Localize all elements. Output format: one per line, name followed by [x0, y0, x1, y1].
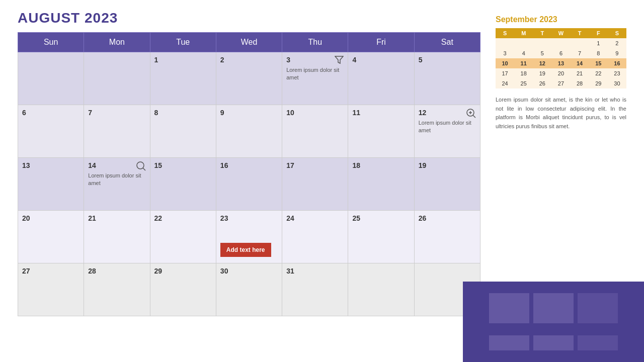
calendar-cell: 28 — [84, 263, 150, 316]
mini-cal-cell: 7 — [571, 48, 589, 58]
svg-point-4 — [137, 162, 144, 169]
mini-dow: S — [496, 28, 514, 38]
day-number: 22 — [154, 214, 163, 222]
calendar-cell: 20 — [18, 211, 84, 263]
mini-cal-row: 12 — [496, 38, 626, 48]
mini-cal-row: 24252627282930 — [496, 78, 626, 88]
calendar-cell: 27 — [18, 263, 84, 316]
day-number: 29 — [154, 267, 163, 275]
calendar-cell: 29 — [150, 263, 216, 316]
calendar-row-4: 2728293031 — [18, 263, 480, 316]
mini-cal-cell: 11 — [514, 58, 533, 68]
mini-cal-cell: 25 — [514, 78, 533, 88]
zoom-icon — [466, 108, 476, 120]
search-icon — [136, 161, 146, 173]
mini-cal-cell: 17 — [496, 68, 514, 78]
day-number: 30 — [220, 267, 228, 275]
mini-cal-cell: 5 — [533, 48, 551, 58]
day-number: 13 — [22, 161, 30, 169]
calendar-cell: 25 — [348, 211, 414, 263]
mini-dow: M — [514, 28, 533, 38]
day-number: 10 — [286, 109, 294, 117]
day-number: 8 — [154, 109, 158, 117]
svg-line-1 — [473, 115, 475, 118]
mini-dow: T — [533, 28, 551, 38]
mini-cal-cell: 20 — [551, 68, 570, 78]
mini-cal-cell — [533, 38, 551, 48]
calendar-cell: 2 — [216, 52, 282, 105]
calendar-row-0: 123Lorem ipsum dolor sit amet 45 — [18, 52, 480, 105]
mini-cal-cell — [496, 38, 514, 48]
mini-cal-cell: 4 — [514, 48, 533, 58]
calendar-cell: 6 — [18, 105, 84, 158]
mini-cal-cell: 13 — [551, 58, 570, 68]
day-of-week-fri: Fri — [348, 33, 414, 52]
calendar-cell: 12Lorem ipsum dolor sit amet — [414, 105, 480, 158]
calendar-cell: 17 — [282, 158, 348, 211]
mini-cal-cell: 8 — [589, 48, 608, 58]
calendar-cell: 4 — [348, 52, 414, 105]
mini-cal-row: 10111213141516 — [496, 58, 626, 68]
day-of-week-sat: Sat — [414, 33, 480, 52]
calendar-cell: 22 — [150, 211, 216, 263]
calendar-cell: 11 — [348, 105, 414, 158]
mini-cal-cell: 21 — [571, 68, 589, 78]
mini-calendar-title: September 2023 — [496, 15, 626, 24]
mini-cal-cell — [551, 38, 570, 48]
day-number: 11 — [352, 109, 360, 117]
mini-cal-cell: 24 — [496, 78, 514, 88]
calendar-cell: 14Lorem ipsum dolor sit amet — [84, 158, 150, 211]
mini-cal-cell: 14 — [571, 58, 589, 68]
mini-cal-cell: 29 — [589, 78, 608, 88]
calendar-cell: 5 — [414, 52, 480, 105]
day-number: 1 — [154, 56, 158, 64]
day-number: 2 — [220, 56, 224, 64]
page-title: AUGUST 2023 — [18, 10, 480, 26]
mini-cal-cell: 10 — [496, 58, 514, 68]
add-text-button[interactable]: Add text here — [220, 243, 271, 257]
day-number: 23 — [220, 214, 228, 222]
mini-dow: F — [589, 28, 608, 38]
mini-cal-cell: 19 — [533, 68, 551, 78]
mini-cal-cell: 2 — [608, 38, 626, 48]
day-number: 16 — [220, 161, 228, 169]
mini-cal-cell: 15 — [589, 58, 608, 68]
mini-cal-cell: 22 — [589, 68, 608, 78]
day-of-week-thu: Thu — [282, 33, 348, 52]
mini-cal-cell: 16 — [608, 58, 626, 68]
calendar-cell: 10 — [282, 105, 348, 158]
day-number: 18 — [352, 161, 360, 169]
day-number: 9 — [220, 109, 224, 117]
mini-cal-cell — [571, 38, 589, 48]
mini-cal-cell: 6 — [551, 48, 570, 58]
calendar-cell: 26 — [414, 211, 480, 263]
calendar-cell: 9 — [216, 105, 282, 158]
calendar-cell: 23Add text here — [216, 211, 282, 263]
day-number: 26 — [419, 214, 427, 222]
calendar-cell: 24 — [282, 211, 348, 263]
mini-cal-cell: 12 — [533, 58, 551, 68]
day-number: 17 — [286, 161, 294, 169]
mini-cal-row: 3456789 — [496, 48, 626, 58]
day-number: 31 — [286, 267, 294, 275]
day-number: 24 — [286, 214, 294, 222]
mini-cal-cell: 18 — [514, 68, 533, 78]
mini-cal-cell: 26 — [533, 78, 551, 88]
mini-cal-cell: 9 — [608, 48, 626, 58]
calendar-cell: 21 — [84, 211, 150, 263]
calendar-cell: 16 — [216, 158, 282, 211]
mini-dow: W — [551, 28, 570, 38]
day-number: 21 — [88, 214, 96, 222]
day-number: 28 — [88, 267, 96, 275]
day-number: 5 — [419, 56, 423, 64]
day-number: 4 — [352, 56, 356, 64]
mini-cal-cell: 30 — [608, 78, 626, 88]
mini-cal-cell: 1 — [589, 38, 608, 48]
calendar-cell — [84, 52, 150, 105]
day-number: 12 — [419, 109, 427, 117]
day-number: 19 — [419, 161, 427, 169]
mini-cal-row: 17181920212223 — [496, 68, 626, 78]
day-number: 3 — [286, 56, 290, 64]
day-number: 14 — [88, 161, 96, 169]
day-of-week-tue: Tue — [150, 33, 216, 52]
